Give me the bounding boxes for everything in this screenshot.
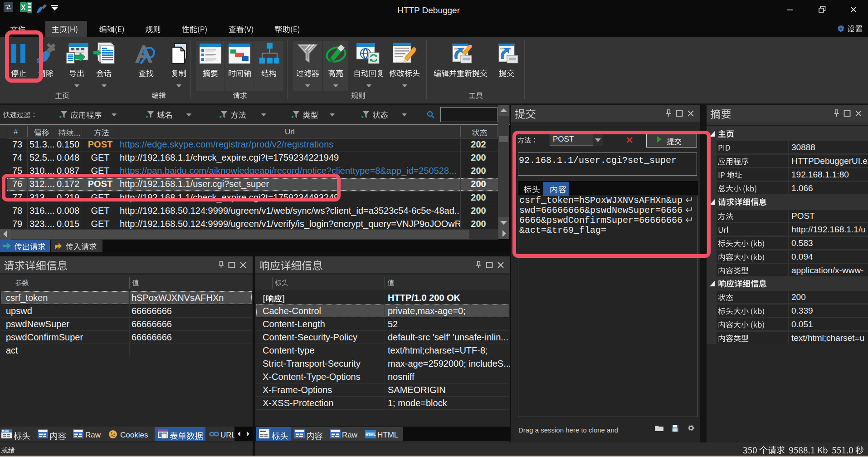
- svg-text:HTML: HTML: [366, 432, 375, 437]
